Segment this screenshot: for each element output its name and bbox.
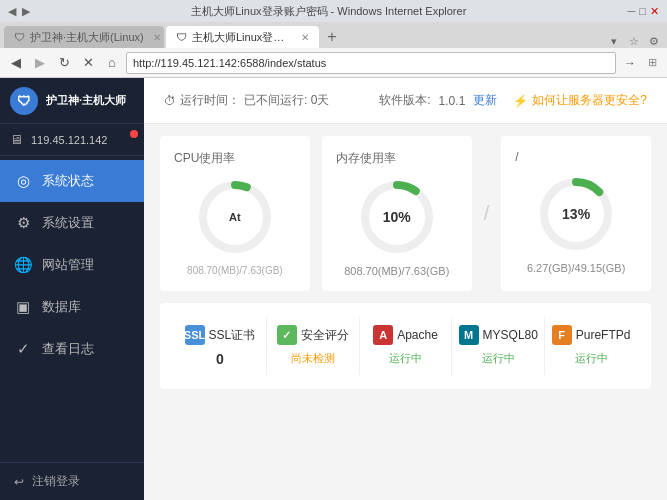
ssl-status: 0 [216, 351, 224, 367]
memory-card: 内存使用率 10% 808.70(MB)/7.63(GB) [322, 136, 472, 291]
server-name: 119.45.121.142 [31, 134, 107, 146]
titlebar-controls: ◀ ▶ [8, 5, 30, 18]
star-icon[interactable]: ☆ [625, 35, 643, 48]
version-info: 软件版本: 1.0.1 更新 [379, 92, 497, 109]
logout-icon: ↩ [14, 475, 24, 489]
runtime-value: 已不间运行: 0天 [244, 92, 329, 109]
globe-icon: 🌐 [14, 256, 32, 274]
logo-text: 护卫神·主机大师 [46, 93, 126, 107]
new-tab-button[interactable]: + [321, 26, 343, 48]
tabs-list-icon[interactable]: ▾ [605, 35, 623, 48]
update-link[interactable]: 更新 [473, 92, 497, 109]
disk-donut: 13% [536, 174, 616, 254]
settings-icon: ⚙ [14, 214, 32, 232]
menu-item-website-mgmt[interactable]: 🌐 网站管理 [0, 244, 144, 286]
menu-item-logs[interactable]: ✓ 查看日志 [0, 328, 144, 370]
ftp-status: 运行中 [575, 351, 608, 366]
notification-badge [130, 130, 138, 138]
tab-bar: 🛡 护卫神·主机大师(Linux) ✕ 🛡 主机大师Linux登录账户密码...… [0, 22, 667, 48]
memory-percent-label: 10% [383, 209, 411, 225]
go-button[interactable]: → [620, 53, 640, 73]
server-item[interactable]: 🖥 119.45.121.142 [0, 124, 144, 156]
sidebar-logo: 🛡 护卫神·主机大师 [0, 78, 144, 124]
tab-label-1: 护卫神·主机大师(Linux) [30, 30, 144, 45]
app-wrapper: 🛡 护卫神·主机大师 🖥 119.45.121.142 ◎ 系统状态 ⚙ 系统 [0, 78, 667, 500]
menu-label-logs: 查看日志 [42, 340, 94, 358]
memory-title: 内存使用率 [336, 150, 396, 167]
disk-card: / 13% 6.27(GB)/49.15(GB) [501, 136, 651, 291]
apache-service-name: A Apache [373, 325, 438, 345]
database-icon: ▣ [14, 298, 32, 316]
mysql-label: MYSQL80 [483, 328, 538, 342]
cpu-detail: 808.70(MB)/7.63(GB) [187, 265, 283, 276]
tools-icon[interactable]: ⚙ [645, 35, 663, 48]
shield-icon: 🛡 [17, 93, 31, 109]
service-safe: ✓ 安全评分 尚未检测 [267, 317, 360, 375]
menu-label-system-status: 系统状态 [42, 172, 94, 190]
safe-status: 尚未检测 [291, 351, 335, 366]
tab-1[interactable]: 🛡 护卫神·主机大师(Linux) ✕ [4, 26, 164, 48]
safe-label: 安全评分 [301, 327, 349, 344]
ftp-label: PureFTPd [576, 328, 631, 342]
tab-favicon-2: 🛡 [176, 31, 187, 43]
tab-close-1[interactable]: ✕ [153, 32, 161, 43]
disk-detail: 6.27(GB)/49.15(GB) [527, 262, 625, 274]
restore-icon[interactable]: □ [639, 5, 646, 18]
service-apache: A Apache 运行中 [360, 317, 453, 375]
forward-icon[interactable]: ▶ [22, 5, 30, 18]
ssl-label: SSL证书 [209, 327, 256, 344]
address-bar[interactable] [126, 52, 616, 74]
tab-close-2[interactable]: ✕ [301, 32, 309, 43]
tab-2[interactable]: 🛡 主机大师Linux登录账户密码... ✕ [166, 26, 319, 48]
stop-button[interactable]: ✕ [78, 53, 98, 73]
ssl-icon: SSL [185, 325, 205, 345]
ftp-service-name: F PureFTPd [552, 325, 631, 345]
nav-bar: ◀ ▶ ↻ ✕ ⌂ → ⊞ [0, 48, 667, 78]
minimize-icon[interactable]: ─ [628, 5, 636, 18]
menu-item-database[interactable]: ▣ 数据库 [0, 286, 144, 328]
cpu-title: CPU使用率 [174, 150, 235, 167]
logs-icon: ✓ [14, 340, 32, 358]
menu-label-website-mgmt: 网站管理 [42, 256, 94, 274]
lightning-icon: ⚡ [513, 94, 528, 108]
logout-button[interactable]: ↩ 注销登录 [0, 462, 144, 500]
logo-icon: 🛡 [10, 87, 38, 115]
runtime-label: 运行时间： [180, 92, 240, 109]
safe-service-name: ✓ 安全评分 [277, 325, 349, 345]
divider-slash: / [484, 136, 490, 291]
sidebar-menu: ◎ 系统状态 ⚙ 系统设置 🌐 网站管理 ▣ 数据库 ✓ 查看日志 [0, 156, 144, 462]
security-link[interactable]: ⚡ 如何让服务器更安全? [513, 92, 647, 109]
cpu-donut: At [195, 177, 275, 257]
back-icon[interactable]: ◀ [8, 5, 16, 18]
sidebar: 🛡 护卫神·主机大师 🖥 119.45.121.142 ◎ 系统状态 ⚙ 系统 [0, 78, 144, 500]
browser-chrome: ◀ ▶ 主机大师Linux登录账户密码 - Windows Internet E… [0, 0, 667, 78]
status-row: CPU使用率 At 808.70(MB)/7.63(GB) [160, 136, 651, 291]
back-button[interactable]: ◀ [6, 53, 26, 73]
services-row: SSL SSL证书 0 ✓ 安全评分 [174, 317, 637, 375]
refresh-button[interactable]: ↻ [54, 53, 74, 73]
tab-label-2: 主机大师Linux登录账户密码... [192, 30, 292, 45]
compat-icon[interactable]: ⊞ [644, 56, 661, 69]
forward-button[interactable]: ▶ [30, 53, 50, 73]
disk-title: / [515, 150, 518, 164]
version-number: 1.0.1 [439, 94, 466, 108]
menu-label-database: 数据库 [42, 298, 81, 316]
menu-item-system-settings[interactable]: ⚙ 系统设置 [0, 202, 144, 244]
mysql-status: 运行中 [482, 351, 515, 366]
services-card: SSL SSL证书 0 ✓ 安全评分 [160, 303, 651, 389]
apache-label: Apache [397, 328, 438, 342]
home-button[interactable]: ⌂ [102, 53, 122, 73]
close-icon[interactable]: ✕ [650, 5, 659, 18]
apache-icon: A [373, 325, 393, 345]
runtime-info: ⏱ 运行时间： 已不间运行: 0天 [164, 92, 329, 109]
apache-status: 运行中 [389, 351, 422, 366]
service-mysql: M MYSQL80 运行中 [452, 317, 545, 375]
runtime-icon: ⏱ [164, 94, 176, 108]
version-label: 软件版本: [379, 92, 430, 109]
menu-label-system-settings: 系统设置 [42, 214, 94, 232]
tab-favicon-1: 🛡 [14, 31, 25, 43]
security-text: 如何让服务器更安全? [532, 92, 647, 109]
status-icon: ◎ [14, 172, 32, 190]
window-controls: ─ □ ✕ [628, 5, 659, 18]
menu-item-system-status[interactable]: ◎ 系统状态 [0, 160, 144, 202]
